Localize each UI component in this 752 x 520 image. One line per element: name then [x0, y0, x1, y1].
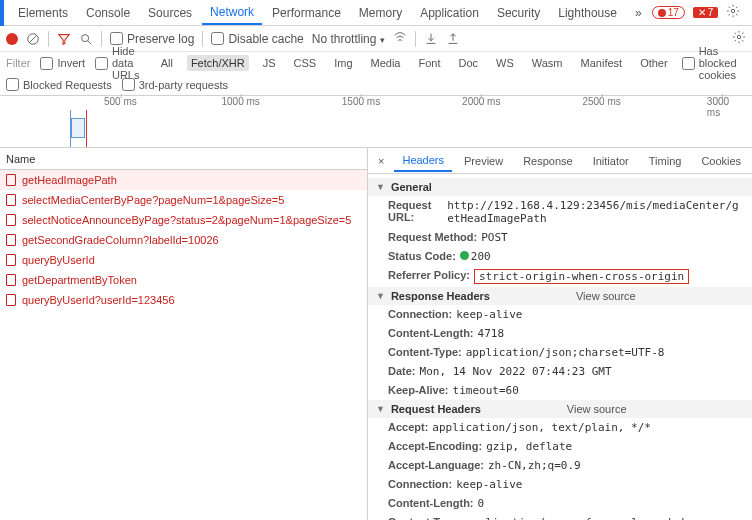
- import-icon[interactable]: [424, 32, 438, 46]
- detail-tab-timing[interactable]: Timing: [641, 151, 690, 171]
- more-icon[interactable]: [748, 4, 752, 21]
- search-icon[interactable]: [79, 32, 93, 46]
- tick-label: 2000 ms: [462, 96, 500, 107]
- tab-elements[interactable]: Elements: [10, 2, 76, 24]
- filter-media[interactable]: Media: [367, 55, 405, 71]
- invert-checkbox[interactable]: Invert: [40, 57, 85, 70]
- request-list-panel: Name getHeadImagePath selectMediaCenterB…: [0, 148, 368, 520]
- tab-application[interactable]: Application: [412, 2, 487, 24]
- filter-manifest[interactable]: Manifest: [577, 55, 627, 71]
- kv-key: Status Code:: [388, 250, 456, 263]
- section-general[interactable]: ▼General: [368, 178, 752, 196]
- svg-point-3: [732, 9, 736, 13]
- tab-sources[interactable]: Sources: [140, 2, 200, 24]
- file-icon: [6, 194, 16, 206]
- filter-ws[interactable]: WS: [492, 55, 518, 71]
- tick-label: 1500 ms: [342, 96, 380, 107]
- filter-icon[interactable]: [57, 32, 71, 46]
- hide-data-urls-checkbox[interactable]: Hide data URLs: [95, 45, 147, 81]
- status-dot-icon: [460, 251, 469, 260]
- blocked-requests-checkbox[interactable]: Blocked Requests: [6, 78, 112, 91]
- filter-js[interactable]: JS: [259, 55, 280, 71]
- detail-panel: × Headers Preview Response Initiator Tim…: [368, 148, 752, 520]
- kv-key: Connection:: [388, 478, 452, 491]
- kv-key: Accept:: [388, 421, 428, 434]
- kv-value: 4718: [478, 327, 505, 340]
- file-icon: [6, 274, 16, 286]
- request-row[interactable]: queryByUserId?userId=123456: [0, 290, 367, 310]
- kv-key: Referrer Policy:: [388, 269, 470, 284]
- section-response-headers[interactable]: ▼Response HeadersView source: [368, 287, 752, 305]
- view-source-link[interactable]: View source: [576, 290, 636, 302]
- network-conditions-icon[interactable]: [393, 30, 407, 47]
- disable-cache-checkbox[interactable]: Disable cache: [211, 32, 303, 46]
- third-party-checkbox[interactable]: 3rd-party requests: [122, 78, 228, 91]
- request-row[interactable]: selectMediaCenterByPage?pageNum=1&pageSi…: [0, 190, 367, 210]
- kv-value: http://192.168.4.129:23456/mis/mediaCent…: [447, 199, 744, 225]
- collapse-icon: ▼: [376, 404, 385, 414]
- svg-point-11: [737, 35, 741, 39]
- request-row[interactable]: getDepartmentByToken: [0, 270, 367, 290]
- message-badge[interactable]: ✕7: [693, 7, 719, 18]
- detail-tab-initiator[interactable]: Initiator: [585, 151, 637, 171]
- detail-tab-response[interactable]: Response: [515, 151, 581, 171]
- tab-security[interactable]: Security: [489, 2, 548, 24]
- section-request-headers[interactable]: ▼Request HeadersView source: [368, 400, 752, 418]
- tab-performance[interactable]: Performance: [264, 2, 349, 24]
- view-source-link[interactable]: View source: [567, 403, 627, 415]
- kv-key: Accept-Language:: [388, 459, 484, 472]
- name-column-header[interactable]: Name: [0, 148, 367, 170]
- collapse-icon: ▼: [376, 291, 385, 301]
- detail-tab-headers[interactable]: Headers: [394, 150, 452, 172]
- filter-fetch-xhr[interactable]: Fetch/XHR: [187, 55, 249, 71]
- filter-other[interactable]: Other: [636, 55, 672, 71]
- file-icon: [6, 254, 16, 266]
- clear-icon[interactable]: [26, 32, 40, 46]
- record-button[interactable]: [6, 33, 18, 45]
- file-icon: [6, 294, 16, 306]
- filter-input[interactable]: Filter: [6, 57, 30, 69]
- kv-key: Keep-Alive:: [388, 384, 449, 397]
- has-blocked-cookies-checkbox[interactable]: Has blocked cookies: [682, 45, 746, 81]
- filter-img[interactable]: Img: [330, 55, 356, 71]
- kv-value: keep-alive: [456, 478, 522, 491]
- export-icon[interactable]: [446, 32, 460, 46]
- close-detail-icon[interactable]: ×: [372, 153, 390, 169]
- kv-value: application/json;charset=UTF-8: [466, 346, 665, 359]
- kv-value: keep-alive: [456, 308, 522, 321]
- filter-bar: Filter Invert Hide data URLs All Fetch/X…: [0, 52, 752, 74]
- kv-key: Request URL:: [388, 199, 443, 225]
- tab-lighthouse[interactable]: Lighthouse: [550, 2, 625, 24]
- filter-font[interactable]: Font: [414, 55, 444, 71]
- kv-value: gzip, deflate: [486, 440, 572, 453]
- kv-value: 200: [460, 250, 491, 263]
- request-row[interactable]: queryByUserId: [0, 250, 367, 270]
- detail-tab-preview[interactable]: Preview: [456, 151, 511, 171]
- filter-doc[interactable]: Doc: [454, 55, 482, 71]
- tab-memory[interactable]: Memory: [351, 2, 410, 24]
- svg-point-9: [82, 34, 89, 41]
- error-badge[interactable]: 17: [652, 6, 685, 19]
- kv-key: Content-Type:: [388, 346, 462, 359]
- filter-wasm[interactable]: Wasm: [528, 55, 567, 71]
- referrer-policy-value: strict-origin-when-cross-origin: [474, 269, 689, 284]
- kv-value: POST: [481, 231, 508, 244]
- throttling-select[interactable]: No throttling ▾: [312, 32, 385, 46]
- file-icon: [6, 174, 16, 186]
- tick-label: 500 ms: [104, 96, 137, 107]
- tab-console[interactable]: Console: [78, 2, 138, 24]
- kv-value: timeout=60: [453, 384, 519, 397]
- kv-key: Content-Type:: [388, 516, 462, 520]
- tabs-overflow[interactable]: »: [627, 2, 650, 24]
- tick-label: 1000 ms: [221, 96, 259, 107]
- preserve-log-checkbox[interactable]: Preserve log: [110, 32, 194, 46]
- detail-tab-cookies[interactable]: Cookies: [693, 151, 749, 171]
- request-row[interactable]: getSecondGradeColumn?labelId=10026: [0, 230, 367, 250]
- request-row[interactable]: getHeadImagePath: [0, 170, 367, 190]
- settings-icon[interactable]: [726, 4, 740, 21]
- timeline-overview[interactable]: 500 ms 1000 ms 1500 ms 2000 ms 2500 ms 3…: [0, 96, 752, 148]
- filter-css[interactable]: CSS: [290, 55, 321, 71]
- tab-network[interactable]: Network: [202, 1, 262, 25]
- request-row[interactable]: selectNoticeAnnounceByPage?status=2&page…: [0, 210, 367, 230]
- filter-all[interactable]: All: [157, 55, 177, 71]
